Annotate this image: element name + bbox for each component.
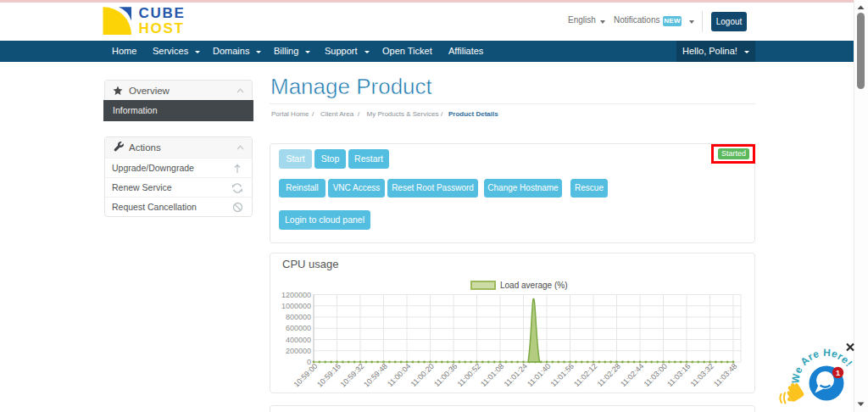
svg-text:1200000: 1200000	[281, 291, 311, 299]
svg-text:11:02:44: 11:02:44	[619, 362, 645, 388]
svg-text:CUBE: CUBE	[139, 5, 186, 21]
svg-text:10:59:16: 10:59:16	[315, 362, 342, 389]
svg-text:400000: 400000	[286, 336, 311, 344]
svg-text:1: 1	[836, 369, 840, 377]
svg-text:11:00:52: 11:00:52	[456, 362, 482, 388]
svg-text:11:01:08: 11:01:08	[479, 362, 505, 388]
svg-text:11:00:20: 11:00:20	[409, 362, 436, 388]
svg-text:1000000: 1000000	[281, 302, 311, 310]
svg-text:HOST: HOST	[139, 20, 185, 36]
svg-text:10:59:32: 10:59:32	[339, 362, 366, 389]
svg-text:200000: 200000	[286, 347, 311, 355]
svg-text:11:00:04: 11:00:04	[386, 362, 412, 388]
svg-text:11:03:16: 11:03:16	[665, 362, 692, 388]
svg-text:11:01:56: 11:01:56	[549, 362, 576, 388]
svg-text:11:01:24: 11:01:24	[503, 362, 529, 388]
svg-text:800000: 800000	[286, 313, 311, 321]
svg-text:11:03:48: 11:03:48	[712, 362, 738, 388]
svg-text:Load average (%): Load average (%)	[500, 281, 568, 290]
svg-text:10:59:00: 10:59:00	[292, 362, 320, 389]
svg-text:11:03:00: 11:03:00	[643, 362, 669, 388]
svg-text:11:03:32: 11:03:32	[689, 362, 715, 388]
svg-text:10:59:48: 10:59:48	[362, 362, 389, 389]
svg-text:11:02:28: 11:02:28	[596, 362, 622, 388]
svg-text:11:00:36: 11:00:36	[432, 362, 459, 388]
svg-text:600000: 600000	[286, 324, 311, 332]
svg-text:11:02:12: 11:02:12	[572, 362, 598, 388]
svg-text:11:01:40: 11:01:40	[526, 362, 552, 388]
